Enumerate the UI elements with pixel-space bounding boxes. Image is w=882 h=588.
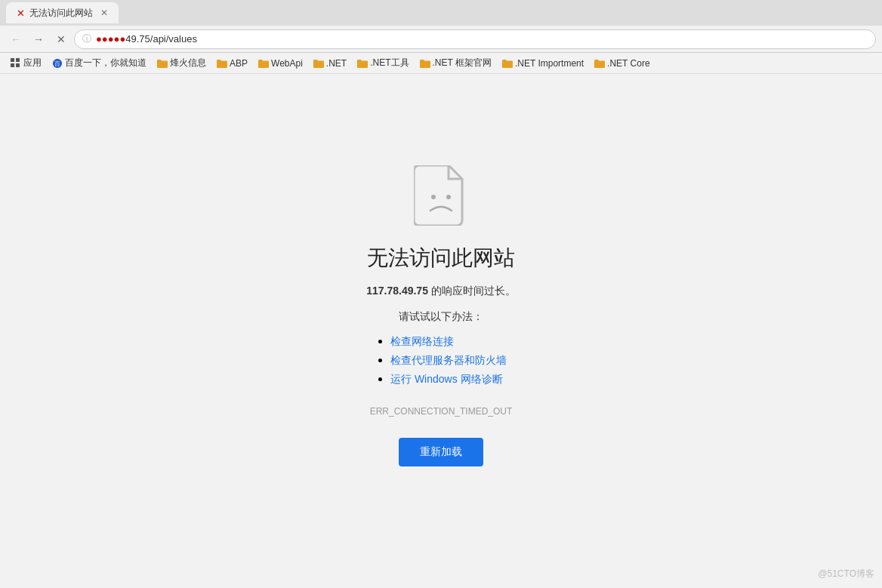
back-button[interactable]: ← <box>6 29 26 49</box>
bookmark-label-baidu: 百度一下，你就知道 <box>65 57 146 69</box>
method-link-2[interactable]: 检查代理服务器和防火墙 <box>390 354 507 366</box>
folder-icon-huohuo <box>157 59 168 68</box>
tab-close-button[interactable]: ✕ <box>100 8 108 18</box>
nav-bar: ← → ✕ ⓘ ●●●●●49.75/api/values <box>0 26 882 53</box>
folder-icon-dotnet <box>313 59 324 68</box>
security-icon: ⓘ <box>82 32 91 45</box>
baidu-icon: 百 <box>52 58 63 69</box>
folder-icon-dotnetofficial <box>420 59 430 68</box>
bookmark-label-dotnet: .NET <box>326 58 347 69</box>
bookmark-huohuo[interactable]: 烽火信息 <box>153 55 211 71</box>
grid-icon <box>11 58 21 69</box>
folder-icon-dotnettools <box>357 59 368 68</box>
forward-button[interactable]: → <box>29 29 48 49</box>
tab-bar: ✕ 无法访问此网站 ✕ <box>0 0 882 26</box>
svg-point-6 <box>431 195 436 199</box>
browser-chrome: ✕ 无法访问此网站 ✕ ← → ✕ ⓘ ●●●●●49.75/api/value… <box>0 0 882 74</box>
bookmark-label-dotnetofficial: .NET 框架官网 <box>433 57 492 69</box>
bookmark-label-abp: ABP <box>230 58 248 69</box>
error-sad-file-icon <box>414 165 468 226</box>
list-item: 运行 Windows 网络诊断 <box>390 372 507 386</box>
bookmark-label-dotnetimport: .NET Importment <box>515 58 584 69</box>
bookmark-baidu[interactable]: 百 百度一下，你就知道 <box>48 55 151 71</box>
tab-error-icon: ✕ <box>17 8 25 19</box>
bookmark-abp[interactable]: ABP <box>212 57 252 70</box>
folder-icon-dotnetcore <box>594 59 605 68</box>
bookmark-label-huohuo: 烽火信息 <box>170 57 206 69</box>
tab-label: 无法访问此网站 <box>29 7 93 20</box>
list-item: 检查代理服务器和防火墙 <box>390 353 507 368</box>
list-item: 检查网络连接 <box>390 334 507 349</box>
method-link-1[interactable]: 检查网络连接 <box>390 335 454 347</box>
close-button[interactable]: ✕ <box>51 29 71 49</box>
bookmark-webapi[interactable]: WebApi <box>254 57 307 70</box>
bookmark-dotnettools[interactable]: .NET工具 <box>353 55 413 71</box>
watermark: @51CTO博客 <box>818 568 874 580</box>
folder-icon-dotnetimport <box>502 59 513 68</box>
methods-list: 检查网络连接 检查代理服务器和防火墙 运行 Windows 网络诊断 <box>375 330 507 391</box>
bookmark-dotnetcore[interactable]: .NET Core <box>590 57 654 70</box>
svg-rect-3 <box>16 63 20 67</box>
error-subtitle: 117.78.49.75 的响应时间过长。 <box>366 285 516 298</box>
reload-button[interactable]: 重新加载 <box>399 438 483 466</box>
bookmark-label-dotnetcore: .NET Core <box>607 58 649 69</box>
active-tab[interactable]: ✕ 无法访问此网站 ✕ <box>6 2 119 23</box>
folder-icon-abp <box>217 59 227 68</box>
try-methods-label: 请试试以下办法： <box>399 310 483 324</box>
svg-rect-2 <box>11 63 14 67</box>
bookmark-dotnet[interactable]: .NET <box>309 57 351 70</box>
error-code: ERR_CONNECTION_TIMED_OUT <box>370 406 513 417</box>
address-bar[interactable]: ⓘ ●●●●●49.75/api/values <box>74 29 876 49</box>
error-ip: 117.78.49.75 <box>366 285 428 297</box>
error-title: 无法访问此网站 <box>367 244 515 272</box>
address-redacted: ●●●●● <box>96 33 125 45</box>
svg-text:百: 百 <box>54 60 60 67</box>
bookmark-label-webapi: WebApi <box>271 58 303 69</box>
svg-rect-0 <box>11 58 14 62</box>
bookmark-label-yingyong: 应用 <box>23 57 42 69</box>
bookmark-dotnetimport[interactable]: .NET Importment <box>498 57 588 70</box>
bookmark-applications[interactable]: 应用 <box>6 55 46 71</box>
bookmark-label-dotnettools: .NET工具 <box>370 57 409 69</box>
address-text: ●●●●●49.75/api/values <box>96 33 197 45</box>
svg-point-7 <box>446 195 451 199</box>
svg-rect-1 <box>16 58 20 62</box>
bookmarks-bar: 应用 百 百度一下，你就知道 烽火信息 ABP <box>0 53 882 74</box>
bookmark-dotnetofficial[interactable]: .NET 框架官网 <box>415 55 496 71</box>
folder-icon-webapi <box>258 59 269 68</box>
method-link-3[interactable]: 运行 Windows 网络诊断 <box>390 373 503 385</box>
page-content: 无法访问此网站 117.78.49.75 的响应时间过长。 请试试以下办法： 检… <box>0 74 882 588</box>
